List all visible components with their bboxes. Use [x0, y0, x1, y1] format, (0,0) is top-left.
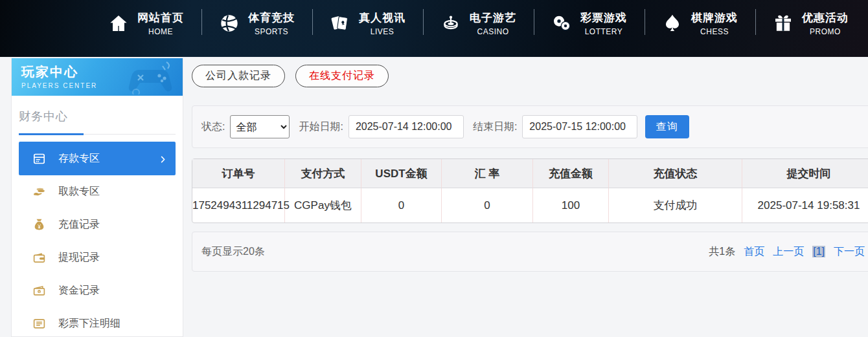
gift-icon [773, 13, 794, 34]
nav-item[interactable]: 体育竞技 SPORTS [201, 4, 312, 43]
first-page-link[interactable]: 首页 [744, 245, 764, 259]
table-header-cell: USDT金额 [361, 159, 441, 188]
wallet-icon [32, 251, 46, 265]
pagination: 共1条 首页 上一页 [1] 下一页 [709, 245, 865, 259]
main-content: 公司入款记录 在线支付记录 状态: 全部 开始日期: 结束日期: 查询 订单号 … [192, 58, 868, 272]
table-header-cell: 提交时间 [742, 159, 868, 188]
nav-item-title: 优惠活动 [802, 10, 849, 25]
table-cell: 支付成功 [608, 188, 742, 223]
start-date-input[interactable] [348, 115, 464, 138]
filter-bar: 状态: 全部 开始日期: 结束日期: 查询 [192, 105, 868, 148]
lottery-balls-icon [551, 13, 572, 34]
status-select[interactable]: 全部 [230, 115, 290, 138]
end-date-label: 结束日期: [473, 120, 517, 134]
record-tab[interactable]: 在线支付记录 [295, 65, 389, 87]
sidebar-section-title: 财务中心 [12, 96, 183, 133]
table-header-cell: 订单号 [192, 159, 284, 188]
top-navigation: 网站首页 HOME 体育竞技 SPORTS 真人视讯 LIVES 电子游艺 CA… [0, 0, 868, 57]
banknote-icon [32, 284, 46, 298]
table-header-cell: 汇 率 [441, 159, 532, 188]
nav-item-subtitle: CASINO [477, 27, 508, 36]
sidebar-menu-item-label: 取款专区 [58, 185, 100, 199]
table-footer-bar: 每页显示20条 共1条 首页 上一页 [1] 下一页 [192, 232, 868, 272]
sidebar-menu-item-label: 存款专区 [58, 152, 100, 166]
nav-item[interactable]: 网站首页 HOME [91, 4, 201, 43]
divider-accent [19, 133, 84, 135]
start-date-label: 开始日期: [299, 120, 343, 134]
table-cell: 1752494311294715 [192, 188, 284, 223]
table-header-cell: 支付方式 [284, 159, 361, 188]
sidebar-menu-item-label: 资金记录 [58, 284, 100, 298]
sidebar-menu-item-label: 提现记录 [58, 251, 100, 265]
sidebar-menu-item[interactable]: 充值记录 [19, 208, 176, 241]
payment-records-table: 订单号 支付方式 USDT金额 汇 率 充值金额 充值状态 提交时间 17524… [192, 158, 868, 223]
nav-item-subtitle: SPORTS [255, 27, 288, 36]
table-header-cell: 充值状态 [608, 159, 742, 188]
sidebar-menu: 存款专区 取款专区 充值记录 提现记录 [12, 142, 183, 337]
gamepad-icon [127, 61, 177, 94]
sidebar-menu-item[interactable]: 取款专区 [19, 175, 176, 208]
nav-item-subtitle: HOME [148, 27, 173, 36]
nav-item-subtitle: CHESS [700, 27, 729, 36]
table-cell: 0 [441, 188, 532, 223]
end-date-input[interactable] [522, 115, 637, 138]
nav-item[interactable]: 彩票游戏 LOTTERY [534, 4, 645, 43]
nav-item-title: 棋牌游戏 [691, 10, 738, 25]
players-center-sidebar: 玩家中心 PLAYERS CENTER 财务中心 [11, 58, 183, 337]
chevron-right-icon [159, 155, 167, 163]
current-page-indicator[interactable]: [1] [812, 246, 825, 257]
table-row: 1752494311294715CGPay钱包00100支付成功2025-07-… [192, 188, 868, 223]
deposit-machine-icon [32, 152, 46, 166]
sports-ball-icon [219, 13, 240, 34]
nav-item-title: 电子游艺 [470, 10, 516, 25]
sidebar-menu-item[interactable]: 资金记录 [19, 274, 176, 307]
table-cell: 2025-07-14 19:58:31 [742, 188, 868, 223]
nav-item-title: 真人视讯 [359, 10, 405, 25]
withdraw-hand-icon [32, 185, 46, 199]
record-tabs: 公司入款记录 在线支付记录 [192, 65, 868, 87]
nav-item-title: 彩票游戏 [580, 10, 627, 25]
table-header-cell: 充值金额 [532, 159, 608, 188]
roulette-icon [440, 13, 461, 34]
record-tab-label: 在线支付记录 [309, 69, 375, 83]
section-divider [19, 133, 176, 135]
search-button[interactable]: 查询 [645, 115, 689, 138]
nav-item-subtitle: LIVES [371, 27, 394, 36]
sidebar-menu-item[interactable]: 彩票下注明细 [19, 307, 176, 337]
table-header-row: 订单号 支付方式 USDT金额 汇 率 充值金额 充值状态 提交时间 [192, 159, 868, 188]
next-page-link[interactable]: 下一页 [834, 245, 865, 259]
nav-item[interactable]: 电子游艺 CASINO [423, 4, 534, 43]
nav-item-title: 网站首页 [137, 10, 184, 25]
sidebar-menu-item[interactable]: 提现记录 [19, 241, 176, 274]
list-icon [32, 317, 46, 331]
nav-item[interactable]: 优惠活动 PROMO [755, 4, 866, 43]
home-icon [108, 13, 129, 34]
sidebar-menu-item[interactable]: 存款专区 [19, 142, 176, 175]
sidebar-menu-item-label: 充值记录 [58, 218, 100, 232]
nav-item-subtitle: LOTTERY [585, 27, 623, 36]
nav-item[interactable]: 棋牌游戏 CHESS [645, 4, 755, 43]
table-cell: CGPay钱包 [284, 188, 361, 223]
table-cell: 100 [532, 188, 608, 223]
playing-cards-icon [330, 13, 350, 34]
moneybag-icon [32, 218, 46, 232]
record-tab-label: 公司入款记录 [205, 69, 271, 83]
sidebar-menu-item-label: 彩票下注明细 [58, 317, 120, 331]
status-label: 状态: [201, 120, 225, 134]
page-size-label: 每页显示20条 [201, 245, 265, 259]
nav-item[interactable]: 真人视讯 LIVES [312, 4, 423, 43]
nav-item-subtitle: PROMO [810, 27, 841, 36]
nav-item-title: 体育竞技 [248, 10, 295, 25]
sidebar-header: 玩家中心 PLAYERS CENTER [12, 58, 183, 96]
table-cell: 0 [361, 188, 441, 223]
record-tab[interactable]: 公司入款记录 [192, 65, 285, 87]
prev-page-link[interactable]: 上一页 [773, 245, 804, 259]
total-count-label: 共1条 [709, 245, 735, 259]
spade-icon [662, 13, 683, 34]
